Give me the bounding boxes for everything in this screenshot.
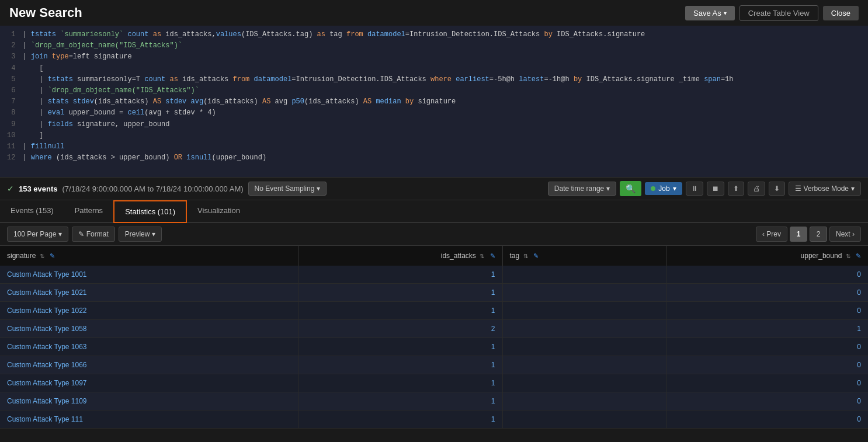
upper-sort-icon: ⇅ bbox=[846, 253, 850, 259]
sampling-caret-icon: ▾ bbox=[317, 185, 320, 193]
cell-tag bbox=[502, 392, 666, 410]
pause-button[interactable]: ⏸ bbox=[686, 182, 703, 196]
create-table-button[interactable]: Create Table View bbox=[739, 5, 818, 21]
time-range: (7/18/24 9:00:00.000 AM to 7/18/24 10:00… bbox=[63, 185, 244, 193]
prev-page-button[interactable]: ‹ Prev bbox=[756, 227, 787, 242]
per-page-button[interactable]: 100 Per Page ▾ bbox=[7, 227, 68, 242]
job-button[interactable]: Job ▾ bbox=[645, 182, 682, 195]
preview-button[interactable]: Preview ▾ bbox=[119, 227, 162, 242]
signature-edit-icon[interactable]: ✎ bbox=[50, 252, 55, 259]
cell-signature[interactable]: Custom Attack Type 1001 bbox=[0, 266, 298, 284]
results-table-container: signature ⇅ ✎ ids_attacks ⇅ ✎ tag ⇅ ✎ up… bbox=[0, 246, 868, 429]
col-header-ids-attacks[interactable]: ids_attacks ⇅ ✎ bbox=[298, 246, 502, 266]
verbose-caret-icon: ▾ bbox=[851, 185, 855, 193]
cell-upper-bound: 0 bbox=[666, 392, 868, 410]
job-caret-icon: ▾ bbox=[673, 185, 676, 193]
cell-ids-attacks: 1 bbox=[298, 392, 502, 410]
cell-ids-attacks: 1 bbox=[298, 374, 502, 392]
perpage-caret-icon: ▾ bbox=[58, 230, 62, 238]
table-header-row: signature ⇅ ✎ ids_attacks ⇅ ✎ tag ⇅ ✎ up… bbox=[0, 246, 868, 266]
close-button[interactable]: Close bbox=[823, 6, 859, 20]
cell-tag bbox=[502, 374, 666, 392]
table-row: Custom Attack Type 1097 1 0 bbox=[0, 374, 868, 392]
cell-upper-bound: 1 bbox=[666, 320, 868, 338]
tab-statistics[interactable]: Statistics (101) bbox=[113, 200, 187, 223]
cell-signature[interactable]: Custom Attack Type 1022 bbox=[0, 302, 298, 320]
verbose-icon: ☰ bbox=[795, 185, 801, 193]
download-button[interactable]: ⬇ bbox=[769, 182, 785, 196]
check-icon: ✓ bbox=[7, 184, 14, 193]
toolbar-row: 100 Per Page ▾ ✎ Format Preview ▾ ‹ Prev… bbox=[0, 223, 868, 246]
col-header-upper-bound[interactable]: upper_bound ⇅ ✎ bbox=[666, 246, 868, 266]
next-page-button[interactable]: Next › bbox=[829, 227, 861, 242]
cell-tag bbox=[502, 302, 666, 320]
line-numbers: 12345 678910 1112 bbox=[0, 29, 22, 173]
ids-edit-icon[interactable]: ✎ bbox=[490, 252, 495, 259]
toolbar-right: ‹ Prev 1 2 Next › bbox=[756, 227, 861, 242]
format-button[interactable]: ✎ Format bbox=[72, 227, 114, 242]
search-right: Date time range ▾ 🔍 Job ▾ ⏸ ⏹ ⬆ 🖨 ⬇ ☰ Ve… bbox=[548, 181, 861, 196]
search-info: ✓ 153 events (7/18/24 9:00:00.000 AM to … bbox=[7, 182, 327, 196]
search-bar: ✓ 153 events (7/18/24 9:00:00.000 AM to … bbox=[0, 178, 868, 200]
cell-ids-attacks: 1 bbox=[298, 410, 502, 429]
cell-tag bbox=[502, 410, 666, 429]
page-1-button[interactable]: 1 bbox=[790, 227, 807, 242]
table-row: Custom Attack Type 1066 1 0 bbox=[0, 356, 868, 374]
cell-upper-bound: 0 bbox=[666, 356, 868, 374]
page-title: New Search bbox=[9, 5, 82, 20]
col-header-tag[interactable]: tag ⇅ ✎ bbox=[502, 246, 666, 266]
cell-signature[interactable]: Custom Attack Type 1021 bbox=[0, 284, 298, 302]
print-button[interactable]: 🖨 bbox=[748, 182, 765, 196]
cell-ids-attacks: 2 bbox=[298, 320, 502, 338]
cell-signature[interactable]: Custom Attack Type 1063 bbox=[0, 338, 298, 356]
table-row: Custom Attack Type 1021 1 0 bbox=[0, 284, 868, 302]
table-row: Custom Attack Type 1022 1 0 bbox=[0, 302, 868, 320]
stop-button[interactable]: ⏹ bbox=[707, 182, 724, 196]
ids-sort-icon: ⇅ bbox=[480, 253, 484, 259]
cell-upper-bound: 0 bbox=[666, 284, 868, 302]
cell-signature[interactable]: Custom Attack Type 1058 bbox=[0, 320, 298, 338]
upper-edit-icon[interactable]: ✎ bbox=[856, 252, 861, 259]
cell-upper-bound: 0 bbox=[666, 374, 868, 392]
page-2-button[interactable]: 2 bbox=[810, 227, 827, 242]
cell-tag bbox=[502, 284, 666, 302]
verbose-mode-button[interactable]: ☰ Verbose Mode ▾ bbox=[789, 182, 861, 196]
cell-tag bbox=[502, 266, 666, 284]
toolbar-left: 100 Per Page ▾ ✎ Format Preview ▾ bbox=[7, 227, 162, 242]
datetime-range-button[interactable]: Date time range ▾ bbox=[548, 182, 616, 196]
cell-signature[interactable]: Custom Attack Type 1097 bbox=[0, 374, 298, 392]
cell-ids-attacks: 1 bbox=[298, 356, 502, 374]
cell-upper-bound: 0 bbox=[666, 302, 868, 320]
table-row: Custom Attack Type 1001 1 0 bbox=[0, 266, 868, 284]
col-header-signature[interactable]: signature ⇅ ✎ bbox=[0, 246, 298, 266]
cell-ids-attacks: 1 bbox=[298, 302, 502, 320]
cell-upper-bound: 0 bbox=[666, 266, 868, 284]
tab-patterns[interactable]: Patterns bbox=[64, 200, 113, 222]
cell-signature[interactable]: Custom Attack Type 111 bbox=[0, 410, 298, 429]
share-button[interactable]: ⬆ bbox=[728, 182, 744, 196]
header-actions: Save As ▾ Create Table View Close bbox=[685, 5, 859, 21]
event-sampling-button[interactable]: No Event Sampling ▾ bbox=[248, 182, 327, 196]
cell-tag bbox=[502, 320, 666, 338]
tab-events[interactable]: Events (153) bbox=[0, 200, 64, 222]
tag-sort-icon: ⇅ bbox=[523, 253, 528, 259]
signature-sort-icon: ⇅ bbox=[40, 253, 44, 259]
cell-upper-bound: 0 bbox=[666, 338, 868, 356]
tag-edit-icon[interactable]: ✎ bbox=[533, 252, 539, 259]
code-content[interactable]: | tstats `summariesonly` count as ids_at… bbox=[22, 29, 868, 173]
save-as-button[interactable]: Save As ▾ bbox=[685, 6, 735, 20]
cell-ids-attacks: 1 bbox=[298, 284, 502, 302]
cell-signature[interactable]: Custom Attack Type 1066 bbox=[0, 356, 298, 374]
table-row: Custom Attack Type 1109 1 0 bbox=[0, 392, 868, 410]
tabs-row: Events (153) Patterns Statistics (101) V… bbox=[0, 200, 868, 223]
datetime-caret-icon: ▾ bbox=[606, 185, 610, 193]
cell-signature[interactable]: Custom Attack Type 1109 bbox=[0, 392, 298, 410]
cell-upper-bound: 0 bbox=[666, 410, 868, 429]
cell-ids-attacks: 1 bbox=[298, 266, 502, 284]
table-row: Custom Attack Type 1063 1 0 bbox=[0, 338, 868, 356]
cell-tag bbox=[502, 356, 666, 374]
cell-ids-attacks: 1 bbox=[298, 338, 502, 356]
tab-visualization[interactable]: Visualization bbox=[187, 200, 251, 222]
search-go-button[interactable]: 🔍 bbox=[620, 181, 641, 196]
results-table: signature ⇅ ✎ ids_attacks ⇅ ✎ tag ⇅ ✎ up… bbox=[0, 246, 868, 429]
